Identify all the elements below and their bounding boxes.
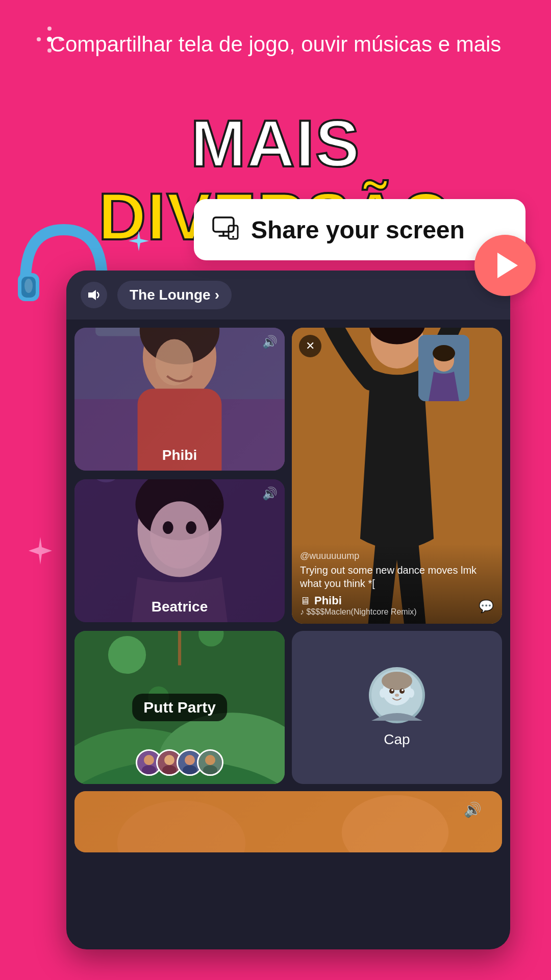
phibi-name-label: Phibi — [74, 447, 285, 463]
beatrice-video-card[interactable]: 🔊 Beatrice — [74, 479, 285, 622]
tiktok-bottom-info: @wuuuuuump Trying out some new dance mov… — [292, 544, 502, 624]
play-button[interactable] — [474, 235, 536, 296]
svg-point-38 — [433, 345, 455, 361]
svg-point-0 — [47, 27, 52, 31]
putt-party-card[interactable]: Putt Party — [74, 631, 285, 784]
svg-point-51 — [108, 636, 146, 674]
svg-point-77 — [408, 689, 414, 698]
subtitle: Compartilhar tela de jogo, ouvir músicas… — [0, 31, 551, 59]
phibi-video-card[interactable]: 🔊 Phibi — [74, 328, 285, 471]
lounge-chevron: › — [215, 287, 219, 303]
cap-name-label: Cap — [384, 731, 410, 748]
sparkle-pink-icon — [26, 536, 55, 571]
putt-party-avatars — [136, 749, 223, 776]
tiktok-caption: Trying out some new dance moves lmk what… — [300, 564, 494, 590]
svg-point-46 — [186, 521, 196, 534]
svg-point-45 — [163, 521, 173, 534]
avatar-4 — [197, 749, 223, 776]
svg-marker-18 — [88, 290, 96, 300]
bottom-audio-icon: 🔊 — [464, 801, 482, 818]
beatrice-name-label: Beatrice — [74, 599, 285, 615]
screen-share-icon — [212, 213, 239, 246]
cap-avatar-card[interactable]: Cap — [292, 631, 502, 784]
tiktok-comment-icon[interactable]: 💬 — [479, 599, 494, 614]
svg-point-17 — [232, 236, 234, 238]
lounge-channel-button[interactable]: The Lounge › — [117, 281, 232, 309]
share-screen-bubble[interactable]: Share your screen — [194, 199, 525, 260]
tiktok-screenshare-card[interactable]: ✕ @wuuuuuu — [292, 328, 502, 624]
title-mais: MAIS — [0, 107, 551, 180]
phone-header: The Lounge › — [66, 271, 510, 320]
svg-point-60 — [164, 755, 174, 765]
phibi-audio-icon: 🔊 — [262, 335, 278, 349]
svg-marker-12 — [29, 537, 52, 565]
tiktok-close-button[interactable]: ✕ — [299, 335, 321, 357]
svg-point-74 — [402, 689, 404, 691]
tiktok-sharing-label: 🖥 Phibi — [300, 594, 494, 607]
lounge-label: The Lounge — [130, 287, 211, 303]
tiktok-username: @wuuuuuump — [300, 551, 494, 561]
svg-point-63 — [185, 755, 195, 765]
sound-button[interactable] — [81, 282, 107, 308]
svg-point-76 — [380, 689, 386, 698]
phone-content: 🔊 Phibi — [66, 320, 510, 861]
sparkle-blue-icon — [128, 230, 151, 257]
tiktok-pip-window — [418, 335, 469, 401]
putt-party-label: Putt Party — [132, 694, 227, 721]
svg-point-57 — [144, 755, 154, 765]
tiktok-phibi-name: Phibi — [314, 594, 342, 607]
svg-point-75 — [395, 694, 399, 697]
tiktok-music-label: ♪ $$$$Maclen(Nightcore Remix) — [300, 607, 494, 617]
svg-rect-13 — [213, 217, 234, 232]
svg-point-66 — [205, 755, 215, 765]
svg-point-44 — [150, 501, 209, 569]
cap-avatar-image — [369, 667, 425, 723]
share-screen-label: Share your screen — [251, 216, 465, 244]
svg-point-73 — [391, 689, 393, 691]
phone-mockup: The Lounge › — [66, 271, 510, 949]
svg-point-70 — [382, 672, 412, 690]
beatrice-audio-icon: 🔊 — [262, 486, 278, 501]
svg-marker-11 — [129, 231, 149, 251]
monitor-icon: 🖥 — [300, 595, 310, 607]
bottom-partial-card[interactable]: 🔊 — [74, 791, 502, 852]
svg-point-9 — [24, 279, 33, 293]
